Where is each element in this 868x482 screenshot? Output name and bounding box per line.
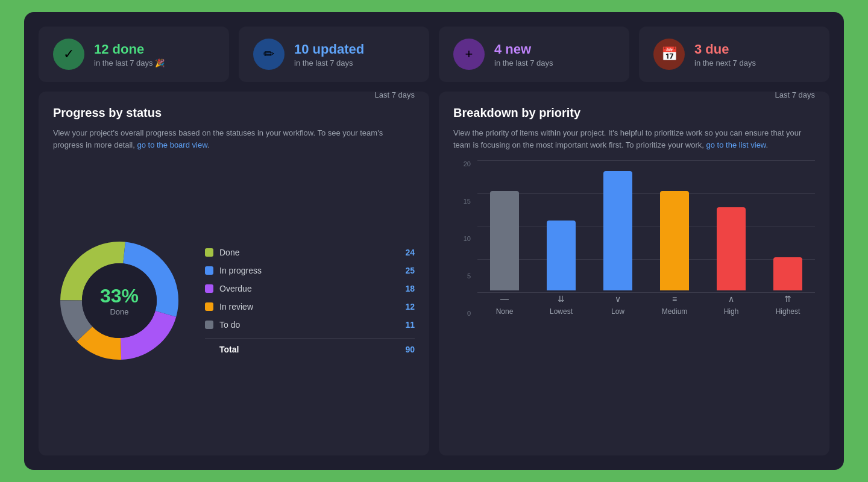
legend-item: In review 12 — [205, 302, 415, 311]
legend-dot — [205, 321, 213, 329]
bar-group: ⇊Lowest — [534, 160, 588, 317]
y-label: 15 — [464, 198, 471, 205]
legend: Done 24 In progress 25 Overdue 18 In rev… — [205, 248, 415, 354]
bar-group: —None — [477, 160, 532, 317]
legend-name: Overdue — [219, 284, 399, 293]
legend-name: In review — [219, 302, 399, 311]
stats-row: ✓ 12 done in the last 7 days 🎉 ✏ 10 upda… — [39, 27, 829, 82]
progress-title: Progress by status — [53, 106, 162, 120]
stat-text-done: 12 done in the last 7 days 🎉 — [94, 42, 165, 67]
stat-text-updated: 10 updated in the last 7 days — [294, 42, 364, 67]
dashboard: ✓ 12 done in the last 7 days 🎉 ✏ 10 upda… — [24, 12, 844, 470]
bar-icon: — — [500, 293, 509, 305]
legend-name: To do — [219, 320, 399, 330]
bar-name: High — [724, 307, 739, 317]
legend-dot — [205, 248, 213, 257]
y-label: 20 — [464, 160, 471, 167]
y-label: 5 — [467, 272, 471, 280]
bar-icon: ≡ — [672, 293, 677, 305]
legend-dot — [205, 284, 213, 293]
list-view-link[interactable]: go to the list view — [706, 140, 766, 149]
legend-total: Total 90 — [205, 338, 415, 354]
stat-card-due: 📅 3 due in the next 7 days — [639, 27, 829, 82]
bar-group: ≡Medium — [647, 160, 702, 317]
progress-period: Last 7 days — [375, 92, 415, 99]
legend-dot — [205, 266, 213, 275]
legend-count: 12 — [405, 302, 415, 311]
bar-icon: ∨ — [615, 293, 621, 305]
breakdown-period: Last 7 days — [775, 92, 816, 99]
bar-chart-wrapper: 20151050—None⇊Lowest∨Low≡Medium∧High⇈Hig… — [453, 160, 815, 441]
donut-percent: 33% — [100, 285, 139, 307]
stat-number-due: 3 due — [694, 42, 756, 57]
stat-icon-new: + — [453, 39, 485, 70]
donut-chart: 33% Done — [53, 234, 186, 367]
bar-name: Medium — [662, 307, 688, 317]
main-row: Progress by status Last 7 days View your… — [39, 92, 829, 455]
breakdown-desc: View the priority of items within your p… — [453, 127, 815, 151]
y-axis: 20151050 — [453, 160, 474, 317]
legend-count: 18 — [405, 284, 415, 293]
stat-number-new: 4 new — [494, 42, 553, 57]
progress-panel: Progress by status Last 7 days View your… — [39, 92, 429, 455]
breakdown-panel: Breakdown by priority Last 7 days View t… — [439, 92, 829, 455]
donut-section: 33% Done Done 24 In progress 25 Overdue … — [53, 160, 415, 441]
y-label: 10 — [464, 235, 471, 242]
legend-total-label: Total — [205, 345, 399, 354]
bar-name: Lowest — [550, 307, 573, 317]
legend-item: To do 11 — [205, 320, 415, 330]
legend-dot — [205, 302, 213, 311]
legend-name: In progress — [219, 266, 399, 275]
bar — [773, 257, 802, 290]
bars-wrapper: —None⇊Lowest∨Low≡Medium∧High⇈Highest — [477, 160, 815, 317]
bar — [547, 221, 576, 290]
legend-total-count: 90 — [405, 345, 415, 354]
legend-count: 25 — [405, 266, 415, 275]
bar — [660, 191, 689, 290]
donut-center: 33% Done — [100, 285, 139, 316]
bar — [490, 191, 519, 290]
bar — [717, 207, 746, 290]
legend-item: Overdue 18 — [205, 284, 415, 293]
stat-sub-updated: in the last 7 days — [294, 58, 364, 67]
stat-sub-done: in the last 7 days 🎉 — [94, 58, 165, 67]
board-view-link[interactable]: go to the board view — [137, 140, 207, 149]
bar-group: ∨Low — [591, 160, 645, 317]
breakdown-title: Breakdown by priority — [453, 106, 580, 120]
stat-text-new: 4 new in the last 7 days — [494, 42, 553, 67]
legend-item: In progress 25 — [205, 266, 415, 275]
bar-name: Highest — [776, 307, 800, 317]
bar-group: ∧High — [704, 160, 758, 317]
legend-item: Done 24 — [205, 248, 415, 257]
stat-card-new: + 4 new in the last 7 days — [439, 27, 629, 82]
bar-group: ⇈Highest — [761, 160, 815, 317]
legend-count: 24 — [405, 248, 415, 257]
stat-sub-new: in the last 7 days — [494, 58, 553, 67]
stat-icon-done: ✓ — [53, 39, 84, 70]
legend-name: Done — [219, 248, 399, 257]
bar-name: Low — [611, 307, 624, 317]
bar-icon: ⇊ — [558, 293, 565, 305]
bar-name: None — [496, 307, 514, 317]
stat-card-updated: ✏ 10 updated in the last 7 days — [239, 27, 429, 82]
bar-icon: ∧ — [728, 293, 734, 305]
stat-icon-due: 📅 — [653, 39, 685, 70]
y-label: 0 — [467, 310, 471, 317]
stat-number-updated: 10 updated — [294, 42, 364, 57]
stat-card-done: ✓ 12 done in the last 7 days 🎉 — [39, 27, 229, 82]
stat-number-done: 12 done — [94, 42, 165, 57]
stat-text-due: 3 due in the next 7 days — [694, 42, 756, 67]
stat-sub-due: in the next 7 days — [694, 58, 756, 67]
bar-icon: ⇈ — [784, 293, 791, 305]
donut-label: Done — [100, 307, 139, 316]
bar-chart-area: 20151050—None⇊Lowest∨Low≡Medium∧High⇈Hig… — [453, 160, 815, 441]
bar — [603, 171, 632, 290]
legend-count: 11 — [405, 320, 415, 330]
stat-icon-updated: ✏ — [253, 39, 285, 70]
progress-desc: View your project's overall progress bas… — [53, 127, 415, 151]
